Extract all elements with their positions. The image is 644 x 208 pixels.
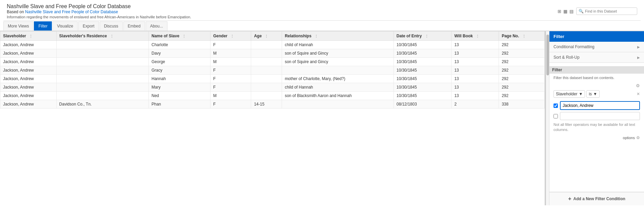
table-header-row: Slaveholder ⋮ Slaveholder's Residence ⋮ … xyxy=(0,32,545,41)
cell-age xyxy=(251,75,282,83)
cell-date: 08/12/1803 xyxy=(394,100,451,109)
cell-gender: F xyxy=(210,100,251,109)
rss-icon[interactable]: ⊞ xyxy=(558,9,561,14)
table-row: Jackson, AndrewDavyMson of Squire and Gi… xyxy=(0,49,545,58)
conditional-formatting-label: Conditional Formatting xyxy=(554,44,595,49)
cell-age xyxy=(251,58,282,66)
cell-residence xyxy=(56,83,148,92)
header: Nashville Slave and Free People of Color… xyxy=(0,0,644,21)
filter-value-checkbox-1[interactable] xyxy=(554,103,558,108)
col-menu-slaveholder[interactable]: ⋮ xyxy=(29,34,33,38)
table-row: Jackson, AndrewCharlotteFchild of Hannah… xyxy=(0,41,545,49)
cell-slaveholder: Jackson, Andrew xyxy=(0,92,57,100)
filter-values xyxy=(554,101,640,120)
cell-age xyxy=(251,92,282,100)
col-header-gender: Gender ⋮ xyxy=(210,32,251,41)
cell-relationships xyxy=(282,66,394,75)
panel-header: Filter xyxy=(549,31,644,42)
col-menu-relationships[interactable]: ⋮ xyxy=(315,34,318,38)
tab-more-views[interactable]: More Views xyxy=(3,21,33,31)
col-header-name: Name of Slave ⋮ xyxy=(149,32,210,41)
cell-will_book: 13 xyxy=(451,41,499,49)
cell-age xyxy=(251,41,282,49)
tab-export[interactable]: Export xyxy=(78,21,99,31)
cell-residence xyxy=(56,75,148,83)
col-menu-date[interactable]: ⋮ xyxy=(425,34,428,38)
filter-note: Not all filter operators may be availabl… xyxy=(554,122,640,133)
cell-name: Gracy xyxy=(149,66,210,75)
filter-close-button[interactable]: ✕ xyxy=(637,92,640,96)
cell-residence: Davidson Co., Tn. xyxy=(56,100,148,109)
cell-residence xyxy=(56,41,148,49)
filter-column-dropdown[interactable]: Slaveholder ▼ xyxy=(554,90,585,98)
cell-date: 10/30/1845 xyxy=(394,75,451,83)
cell-page_no: 338 xyxy=(499,100,545,109)
filter-section: Filter Filter this dataset based on cont… xyxy=(549,63,644,192)
tab-filter[interactable]: Filter xyxy=(34,21,52,31)
options-label: options xyxy=(623,136,635,140)
table-row: Jackson, AndrewGracyF10/30/184513292 xyxy=(0,66,545,75)
col-menu-gender[interactable]: ⋮ xyxy=(230,34,234,38)
cell-relationships: child of Hannah xyxy=(282,83,394,92)
cell-date: 10/30/1845 xyxy=(394,41,451,49)
filter-value-row-2 xyxy=(554,112,640,120)
filter-column-arrow: ▼ xyxy=(579,92,583,96)
cell-page_no: 292 xyxy=(499,66,545,75)
cell-gender: F xyxy=(210,66,251,75)
filter-operator-dropdown[interactable]: is ▼ xyxy=(586,90,600,98)
page-subtitle: Based on Nashville Slave and Free People… xyxy=(7,10,558,14)
cell-relationships: mother of Charlotte, Mary, (Ned?) xyxy=(282,75,394,83)
cell-name: Davy xyxy=(149,49,210,58)
conditional-formatting-arrow: ▶ xyxy=(637,45,640,49)
page-desc: Information regarding the movements of e… xyxy=(7,15,558,19)
header-left: Nashville Slave and Free People of Color… xyxy=(7,3,558,19)
col-menu-will-book[interactable]: ⋮ xyxy=(476,34,479,38)
cell-will_book: 13 xyxy=(451,75,499,83)
cell-residence xyxy=(56,49,148,58)
cell-slaveholder: Jackson, Andrew xyxy=(0,66,57,75)
col-header-page-no: Page No. ⋮ xyxy=(499,32,545,41)
conditional-formatting-section[interactable]: Conditional Formatting ▶ xyxy=(549,42,644,52)
sort-rollup-section[interactable]: Sort & Roll-Up ▶ xyxy=(549,52,644,63)
calendar-icon[interactable]: ▤ xyxy=(569,9,573,14)
tab-about[interactable]: Abou... xyxy=(146,21,167,31)
cell-gender: F xyxy=(210,41,251,49)
options-gear-icon[interactable]: ⚙ xyxy=(636,135,640,140)
filter-operator-arrow: ▼ xyxy=(593,92,597,96)
header-right: ⊞ ▦ ▤ 🔍 xyxy=(558,7,637,15)
cell-page_no: 292 xyxy=(499,58,545,66)
scroll-thumb[interactable] xyxy=(546,35,549,75)
cell-will_book: 13 xyxy=(451,92,499,100)
grid-icon[interactable]: ▦ xyxy=(563,9,567,14)
subtitle-link[interactable]: Nashville Slave and Free People of Color… xyxy=(25,10,118,14)
main-wrapper: Slaveholder ⋮ Slaveholder's Residence ⋮ … xyxy=(0,31,644,205)
cell-relationships: son of Squire and Gincy xyxy=(282,49,394,58)
filter-value-input-1[interactable] xyxy=(560,101,640,110)
table-row: Jackson, AndrewDavidson Co., Tn.PhanF14-… xyxy=(0,100,545,109)
filter-value-checkbox-2[interactable] xyxy=(554,114,558,118)
col-menu-residence[interactable]: ⋮ xyxy=(110,34,114,38)
cell-slaveholder: Jackson, Andrew xyxy=(0,75,57,83)
search-box[interactable]: 🔍 xyxy=(576,7,637,15)
panel-title: Filter xyxy=(554,34,564,39)
add-filter-button[interactable]: + Add a New Filter Condition xyxy=(549,192,644,205)
cell-relationships xyxy=(282,100,394,109)
cell-age xyxy=(251,49,282,58)
tab-discuss[interactable]: Discuss xyxy=(100,21,123,31)
cell-will_book: 13 xyxy=(451,58,499,66)
cell-residence xyxy=(56,92,148,100)
col-menu-name[interactable]: ⋮ xyxy=(182,34,186,38)
tab-embed[interactable]: Embed xyxy=(123,21,145,31)
data-table: Slaveholder ⋮ Slaveholder's Residence ⋮ … xyxy=(0,31,545,109)
col-menu-page-no[interactable]: ⋮ xyxy=(522,34,526,38)
filter-section-title: Filter xyxy=(549,66,644,74)
cell-name: Ned xyxy=(149,92,210,100)
scrollbar[interactable] xyxy=(546,31,549,205)
search-icon: 🔍 xyxy=(579,9,584,14)
tab-visualize[interactable]: Visualize xyxy=(53,21,78,31)
filter-value-input-2[interactable] xyxy=(560,112,640,120)
search-input[interactable] xyxy=(585,9,635,13)
filter-gear-icon[interactable]: ⚙ xyxy=(636,83,640,88)
cell-slaveholder: Jackson, Andrew xyxy=(0,58,57,66)
col-menu-age[interactable]: ⋮ xyxy=(265,34,268,38)
